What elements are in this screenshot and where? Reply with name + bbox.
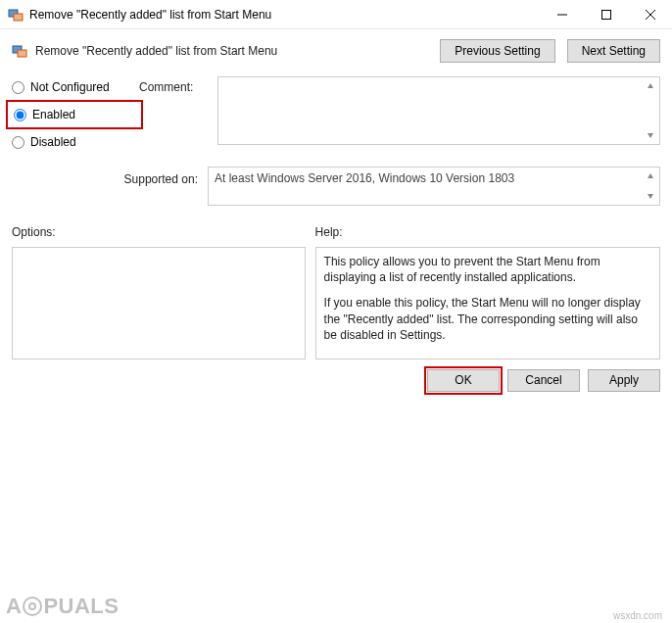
- attribution: wsxdn.com: [613, 610, 662, 621]
- radio-not-configured[interactable]: Not Configured: [12, 80, 139, 94]
- cancel-button[interactable]: Cancel: [507, 369, 580, 392]
- help-paragraph-2: If you enable this policy, the Start Men…: [324, 295, 651, 343]
- help-panel: This policy allows you to prevent the St…: [315, 247, 660, 359]
- watermark-prefix: A: [6, 594, 22, 619]
- radio-not-configured-label: Not Configured: [30, 80, 110, 94]
- close-button[interactable]: [628, 0, 672, 29]
- bullseye-icon: [23, 597, 42, 616]
- minimize-button[interactable]: [540, 0, 584, 29]
- options-panel: [12, 247, 306, 359]
- next-setting-button[interactable]: Next Setting: [567, 39, 660, 63]
- scroll-up-icon[interactable]: [644, 169, 657, 183]
- options-label: Options:: [12, 225, 306, 239]
- radio-group: Not Configured Enabled Disabled: [12, 78, 139, 163]
- titlebar: Remove "Recently added" list from Start …: [0, 0, 672, 29]
- policy-title: Remove "Recently added" list from Start …: [35, 44, 440, 58]
- watermark-suffix: PUALS: [43, 594, 119, 619]
- window-controls: [540, 0, 672, 29]
- apply-button[interactable]: Apply: [588, 369, 660, 392]
- svg-rect-3: [601, 10, 610, 19]
- maximize-button[interactable]: [584, 0, 628, 29]
- config-area: Not Configured Enabled Disabled Comment:…: [0, 72, 672, 206]
- dialog-footer: OK Cancel Apply: [0, 359, 672, 402]
- supported-box: At least Windows Server 2016, Windows 10…: [208, 167, 660, 206]
- scroll-down-icon[interactable]: [644, 128, 657, 142]
- gpedit-icon: [8, 7, 24, 23]
- radio-enabled[interactable]: Enabled: [6, 100, 143, 129]
- radio-enabled-label: Enabled: [32, 108, 75, 121]
- comment-textarea[interactable]: [217, 76, 660, 145]
- watermark: A PUALS: [6, 594, 119, 619]
- svg-rect-1: [14, 14, 23, 21]
- svg-rect-7: [18, 50, 26, 57]
- previous-setting-button[interactable]: Previous Setting: [440, 39, 554, 63]
- scroll-up-icon[interactable]: [644, 79, 657, 93]
- supported-text: At least Windows Server 2016, Windows 10…: [215, 171, 514, 185]
- scroll-down-icon[interactable]: [644, 189, 657, 203]
- policy-header: Remove "Recently added" list from Start …: [0, 29, 672, 72]
- lower-panels: Options: Help: This policy allows you to…: [0, 225, 672, 359]
- radio-disabled-label: Disabled: [30, 135, 76, 149]
- radio-disabled[interactable]: Disabled: [12, 135, 139, 149]
- comment-label: Comment:: [139, 80, 193, 94]
- ok-button[interactable]: OK: [427, 369, 500, 392]
- supported-label: Supported on:: [12, 167, 208, 186]
- help-label: Help:: [315, 225, 660, 239]
- window-title: Remove "Recently added" list from Start …: [29, 8, 540, 22]
- gpedit-icon: [12, 43, 27, 59]
- help-paragraph-1: This policy allows you to prevent the St…: [324, 254, 651, 285]
